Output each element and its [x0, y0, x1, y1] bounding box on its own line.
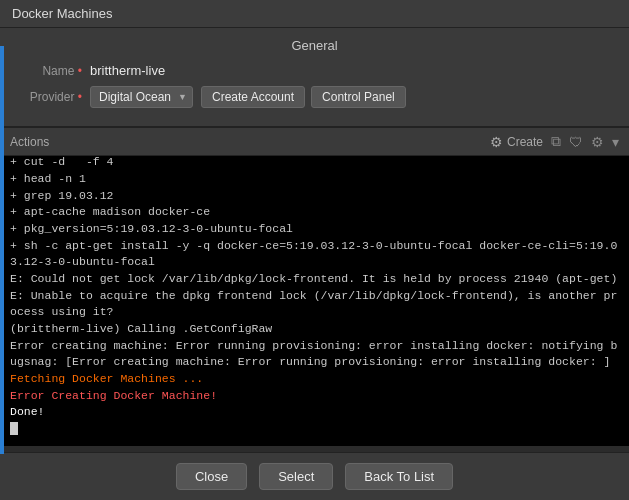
name-row: Name • brittherm-live [0, 63, 629, 78]
create-account-button[interactable]: Create Account [201, 86, 305, 108]
console-line: + cut -d -f 4 [10, 156, 619, 171]
actions-bar: Actions ⚙ Create ⧉ 🛡 ⚙ ▾ [0, 127, 629, 156]
title-bar: Docker Machines [0, 0, 629, 28]
actions-right: ⚙ Create ⧉ 🛡 ⚙ ▾ [490, 133, 619, 150]
provider-controls: Digital Ocean Create Account Control Pan… [90, 86, 412, 108]
cursor [10, 421, 619, 438]
copy-icon[interactable]: ⧉ [551, 133, 561, 150]
console-line: E: Could not get lock /var/lib/dpkg/lock… [10, 271, 619, 288]
create-button[interactable]: ⚙ Create [490, 134, 543, 150]
gear-icon[interactable]: ⚙ [591, 134, 604, 150]
provider-row: Provider • Digital Ocean Create Account … [0, 86, 629, 108]
bottom-bar: Close Select Back To List [0, 452, 629, 500]
title-label: Docker Machines [12, 6, 112, 21]
name-label: Name • [20, 64, 90, 78]
provider-select-wrap[interactable]: Digital Ocean [90, 86, 193, 108]
console-line: + sh -c apt-get install -y -q docker-ce=… [10, 238, 619, 271]
console-line: + head -n 1 [10, 171, 619, 188]
create-label: Create [507, 135, 543, 149]
console-line: Done! [10, 404, 619, 421]
close-button[interactable]: Close [176, 463, 247, 490]
console-line: (brittherm-live) Calling .GetConfigRaw [10, 321, 619, 338]
control-panel-button[interactable]: Control Panel [311, 86, 406, 108]
provider-required: • [78, 90, 82, 104]
chevron-down-icon[interactable]: ▾ [612, 134, 619, 150]
name-value: brittherm-live [90, 63, 165, 78]
create-icon: ⚙ [490, 134, 503, 150]
general-section: General Name • brittherm-live Provider •… [0, 28, 629, 127]
console-output: Fetched 479 kB in 1s (377 kB/s)Reading p… [0, 156, 629, 446]
back-to-list-button[interactable]: Back To List [345, 463, 453, 490]
console-line: Error Creating Docker Machine! [10, 388, 619, 405]
console-line: Fetching Docker Machines ... [10, 371, 619, 388]
name-required: • [78, 64, 82, 78]
provider-label: Provider • [20, 90, 90, 104]
console-line: E: Unable to acquire the dpkg frontend l… [10, 288, 619, 321]
general-header: General [0, 38, 629, 53]
actions-label: Actions [10, 135, 490, 149]
console-line: + grep 19.03.12 [10, 188, 619, 205]
console-line: Error creating machine: Error running pr… [10, 338, 619, 371]
console-line: + pkg_version=5:19.03.12-3-0-ubuntu-foca… [10, 221, 619, 238]
console-line: + apt-cache madison docker-ce [10, 204, 619, 221]
left-accent [0, 46, 4, 454]
select-button[interactable]: Select [259, 463, 333, 490]
provider-select[interactable]: Digital Ocean [90, 86, 193, 108]
shield-icon[interactable]: 🛡 [569, 134, 583, 150]
